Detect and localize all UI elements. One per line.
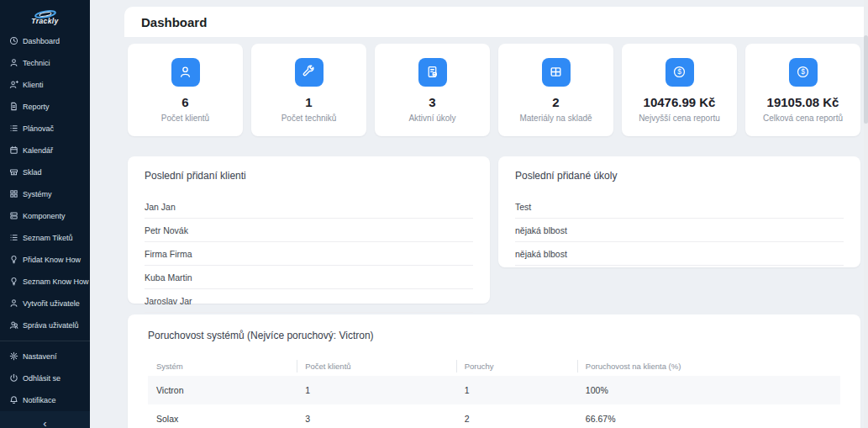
sidebar-item-seznam-tiketu[interactable]: Seznam Tiketů <box>0 227 90 249</box>
stat-value: 3 <box>429 95 435 109</box>
sidebar-item-label: Technici <box>23 59 50 67</box>
cell-fault-rate: 100% <box>577 376 840 404</box>
warehouse-icon <box>8 167 18 177</box>
sidebar: Trackly Dashboard Technici Klienti <box>0 0 90 428</box>
sidebar-item-reporty[interactable]: Reporty <box>0 96 90 118</box>
stat-label: Celková cena reportů <box>763 114 843 123</box>
task-list-item[interactable]: nějaká blbost <box>515 219 844 242</box>
stat-card-active-tasks[interactable]: 3 Aktivní úkoly <box>375 44 490 136</box>
client-list-item[interactable]: Firma Firma <box>145 242 473 266</box>
column-header-client-count[interactable]: Počet klientů <box>297 357 456 376</box>
sidebar-item-sklad[interactable]: Sklad <box>0 161 90 183</box>
recent-tasks-panel: Poslední přidané úkoly Test nějaká blbos… <box>498 156 860 267</box>
sidebar-item-label: Dashboard <box>23 37 60 45</box>
cell-fault-rate: 66.67% <box>577 404 840 428</box>
recent-clients-panel: Poslední přidaní klienti Jan Jan Petr No… <box>128 156 490 304</box>
table-header-row: Systém Počet klientů Poruchy Poruchovost… <box>148 357 840 376</box>
sidebar-item-label: Kalendář <box>23 146 53 155</box>
sidebar-item-label: Seznam Know How <box>23 277 89 286</box>
sidebar-item-kalendar[interactable]: Kalendář <box>0 140 90 161</box>
stat-label: Nejvyšší cena reportu <box>639 114 720 123</box>
stat-label: Aktivní úkoly <box>408 114 455 123</box>
recent-clients-title: Poslední přidaní klienti <box>145 170 473 182</box>
logout-power-icon <box>8 373 18 383</box>
technician-icon <box>8 58 18 68</box>
planner-list-icon <box>8 124 18 134</box>
sidebar-item-nastaveni[interactable]: Nastavení <box>0 346 90 367</box>
stat-label: Materiály na skladě <box>519 114 592 123</box>
cell-system: Victron <box>148 376 297 404</box>
stat-card-technicians[interactable]: 1 Počet techniků <box>251 44 366 136</box>
scrollbar-thumb[interactable] <box>864 35 868 124</box>
panels-row: Poslední přidaní klienti Jan Jan Petr No… <box>128 156 860 304</box>
sidebar-item-seznam-know-how[interactable]: Seznam Know How <box>0 271 90 293</box>
stat-card-clients[interactable]: 6 Počet klientů <box>128 44 243 136</box>
stat-value: 6 <box>181 95 188 109</box>
calendar-icon <box>8 145 18 156</box>
sidebar-item-label: Reporty <box>23 103 50 111</box>
cell-client-count: 3 <box>297 404 456 428</box>
column-header-system[interactable]: Systém <box>148 357 297 376</box>
sidebar-item-komponenty[interactable]: Komponenty <box>0 205 90 227</box>
stat-value: 19105.08 Kč <box>767 95 839 109</box>
sidebar-item-planovac[interactable]: Plánovač <box>0 118 90 140</box>
manage-users-icon <box>8 320 18 330</box>
dashboard-icon <box>8 36 18 46</box>
price-dollar-icon: $ <box>789 58 818 87</box>
page-header: Dashboard <box>124 7 868 37</box>
stat-value: 2 <box>552 95 559 109</box>
stat-card-materials[interactable]: 2 Materiály na skladě <box>498 44 613 136</box>
tasks-clipboard-icon <box>418 58 447 87</box>
column-header-faults[interactable]: Poruchy <box>456 357 577 376</box>
materials-grid-icon <box>542 58 571 87</box>
app-logo-text: Trackly <box>31 17 58 25</box>
sidebar-nav: Dashboard Technici Klienti Reporty <box>0 30 90 411</box>
sidebar-footer: ‹ <box>0 411 90 428</box>
stat-value: 1 <box>305 95 312 109</box>
sidebar-item-notifikace[interactable]: Notifikace <box>0 389 90 411</box>
sidebar-item-label: Systémy <box>23 190 52 198</box>
client-list-item[interactable]: Petr Novák <box>145 219 473 242</box>
page-content: 6 Počet klientů 1 Počet techniků <box>124 37 868 428</box>
task-list-item[interactable]: nějaká blbost <box>515 242 844 266</box>
table-row-solax[interactable]: Solax 3 2 66.67% <box>148 404 840 428</box>
create-user-icon <box>8 299 18 309</box>
sidebar-item-systemy[interactable]: Systémy <box>0 183 90 205</box>
stat-card-max-report-price[interactable]: $ 10476.99 Kč Nejvyšší cena reportu <box>622 44 737 136</box>
collapse-sidebar-icon[interactable]: ‹ <box>43 419 46 428</box>
cell-client-count: 1 <box>297 376 456 404</box>
table-row-victron[interactable]: Victron 1 1 100% <box>148 376 840 404</box>
sidebar-item-label: Notifikace <box>23 396 56 404</box>
stat-value: 10476.99 Kč <box>644 95 716 109</box>
page-container: Dashboard 6 Počet klientů <box>124 7 868 428</box>
sidebar-item-odhlasit-se[interactable]: Odhlásit se <box>0 367 90 389</box>
sidebar-item-label: Vytvořit uživatele <box>23 299 80 308</box>
report-icon <box>8 102 18 112</box>
sidebar-item-pridat-know-how[interactable]: Přidat Know How <box>0 249 90 271</box>
sidebar-item-technici[interactable]: Technici <box>0 52 90 74</box>
sidebar-item-vytvorit-uzivatele[interactable]: Vytvořit uživatele <box>0 293 90 314</box>
task-list-item[interactable]: Test <box>515 195 844 219</box>
client-list-item[interactable]: Kuba Martin <box>145 266 473 289</box>
settings-gear-icon <box>8 351 18 362</box>
sidebar-item-label: Sklad <box>23 168 42 177</box>
fault-rate-card: Poruchovost systémů (Nejvíce poruchový: … <box>128 314 860 428</box>
sidebar-item-dashboard[interactable]: Dashboard <box>0 30 90 52</box>
stat-label: Počet techniků <box>281 114 337 123</box>
tickets-list-icon <box>8 233 18 243</box>
sidebar-item-klienti[interactable]: Klienti <box>0 74 90 96</box>
price-dollar-icon: $ <box>665 58 694 87</box>
sidebar-item-sprava-uzivatelu[interactable]: Správa uživatelů <box>0 314 90 336</box>
client-list-item[interactable]: Jaroslav Jar <box>145 289 473 313</box>
stats-row: 6 Počet klientů 1 Počet techniků <box>128 44 860 136</box>
sidebar-item-label: Seznam Tiketů <box>23 234 73 242</box>
sidebar-item-label: Komponenty <box>23 212 66 220</box>
app-logo[interactable]: Trackly <box>0 0 90 30</box>
lightbulb-icon <box>8 277 18 287</box>
wrench-icon <box>295 58 324 87</box>
components-icon <box>8 211 18 221</box>
column-header-fault-rate[interactable]: Poruchovost na klienta (%) <box>577 357 840 376</box>
sidebar-item-label: Odhlásit se <box>23 374 60 383</box>
client-list-item[interactable]: Jan Jan <box>145 195 473 219</box>
stat-card-total-report-price[interactable]: $ 19105.08 Kč Celková cena reportů <box>745 44 860 136</box>
